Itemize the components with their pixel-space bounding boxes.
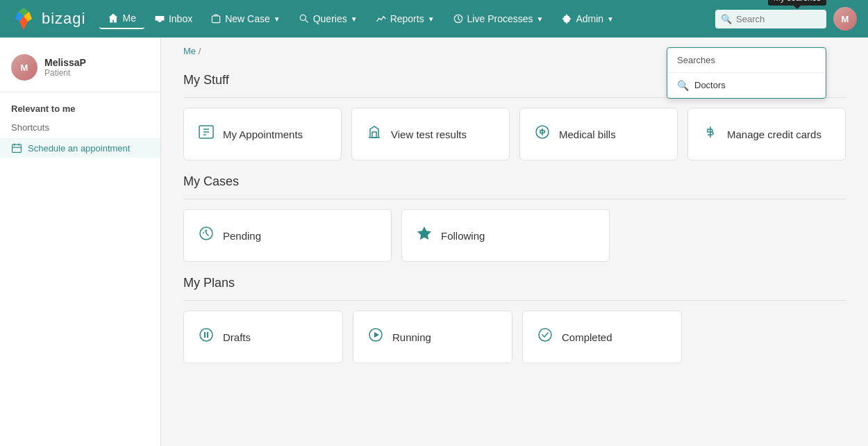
search-dropdown: Searches 🔍 Doctors [667, 47, 826, 99]
nav-item-inbox[interactable]: Inbox [146, 9, 201, 28]
inbox-icon [154, 13, 165, 24]
nav-item-live-processes[interactable]: Live Processes ▼ [444, 9, 552, 28]
pending-icon [198, 225, 215, 246]
my-cases-divider [183, 199, 846, 199]
svg-line-7 [305, 20, 308, 23]
test-results-icon [366, 124, 383, 144]
drafts-label: Drafts [223, 331, 251, 343]
card-test-results[interactable]: View test results [351, 108, 510, 160]
search-icon: 🔍 [721, 14, 732, 24]
svg-rect-22 [204, 332, 206, 338]
drafts-icon [198, 327, 215, 347]
search-dropdown-header: Searches [667, 48, 826, 73]
my-plans-divider [183, 300, 846, 301]
completed-icon [537, 327, 553, 347]
card-running[interactable]: Running [353, 311, 512, 363]
nav-item-reports[interactable]: Reports ▼ [367, 9, 443, 28]
queries-dropdown-icon: ▼ [351, 15, 358, 23]
my-plans-title: My Plans [183, 276, 846, 290]
nav-item-admin[interactable]: Admin ▼ [553, 9, 622, 28]
appointments-label: My Appointments [223, 129, 303, 140]
search-dropdown-item-doctors[interactable]: 🔍 Doctors [667, 73, 826, 98]
following-label: Following [441, 230, 485, 242]
svg-rect-18 [372, 132, 376, 138]
nav-item-queries[interactable]: Queries ▼ [290, 9, 366, 28]
calendar-icon [11, 142, 22, 154]
sidebar-schedule-label: Schedule an appointment [28, 143, 130, 154]
card-drafts[interactable]: Drafts [183, 311, 343, 363]
sidebar-avatar: M [11, 54, 37, 81]
nav-item-new-case[interactable]: New Case ▼ [202, 9, 289, 28]
sidebar: M MelissaP Patient Relevant to me Shortc… [0, 38, 161, 446]
reports-icon [376, 13, 387, 24]
sidebar-user: M MelissaP Patient [0, 49, 160, 92]
svg-point-21 [200, 329, 212, 341]
breadcrumb-me[interactable]: Me [183, 46, 196, 56]
my-stuff-cards: My Appointments View test results [183, 108, 846, 160]
sidebar-schedule-shortcut[interactable]: Schedule an appointment [0, 138, 160, 158]
admin-dropdown-icon: ▼ [607, 15, 614, 23]
topbar: bizagi Me Inbox New Case ▼ Queries ▼ Rep… [0, 0, 868, 38]
running-icon [367, 327, 384, 347]
card-completed[interactable]: Completed [522, 311, 682, 363]
newcase-icon [210, 13, 222, 24]
test-results-label: View test results [391, 129, 467, 140]
credit-cards-icon [702, 124, 719, 144]
card-appointments[interactable]: My Appointments [183, 108, 342, 160]
card-credit-cards[interactable]: Manage credit cards [687, 108, 846, 160]
sidebar-shortcuts-link[interactable]: Shortcuts [11, 119, 149, 135]
svg-rect-23 [207, 332, 208, 338]
queries-icon [299, 13, 310, 24]
nav-item-me[interactable]: Me [99, 8, 144, 29]
main-content: Me / My Stuff My Appointments [161, 38, 868, 446]
svg-marker-25 [374, 332, 379, 338]
medical-bills-label: Medical bills [559, 129, 616, 140]
my-searches-tooltip: My searches [768, 0, 826, 6]
layout: M MelissaP Patient Relevant to me Shortc… [0, 38, 868, 446]
reports-dropdown-icon: ▼ [428, 15, 435, 23]
card-pending[interactable]: Pending [183, 209, 392, 262]
sidebar-role: Patient [44, 68, 86, 78]
search-dropdown-search-icon: 🔍 [677, 80, 689, 91]
svg-rect-10 [12, 144, 22, 152]
credit-cards-label: Manage credit cards [727, 129, 821, 140]
completed-label: Completed [562, 331, 612, 343]
card-following[interactable]: Following [401, 209, 610, 262]
new-case-dropdown-icon: ▼ [274, 15, 281, 23]
my-cases-title: My Cases [183, 174, 846, 189]
my-cases-cards: Pending Following [183, 209, 846, 262]
search-input[interactable] [715, 10, 826, 28]
card-medical-bills[interactable]: Medical bills [519, 108, 678, 160]
svg-point-6 [300, 15, 306, 20]
sidebar-section: Relevant to me Shortcuts [0, 101, 160, 138]
logo-icon [11, 6, 36, 31]
pending-label: Pending [223, 230, 261, 242]
appointments-icon [198, 124, 215, 144]
nav-items: Me Inbox New Case ▼ Queries ▼ Reports ▼ … [99, 8, 715, 29]
logo[interactable]: bizagi [11, 6, 85, 31]
live-processes-dropdown-icon: ▼ [537, 15, 544, 23]
avatar[interactable]: M [833, 7, 857, 31]
logo-text: bizagi [42, 10, 85, 28]
live-processes-icon [453, 13, 464, 24]
my-plans-cards: Drafts Running [183, 311, 846, 363]
running-label: Running [392, 331, 431, 343]
medical-bills-icon [534, 124, 551, 144]
sidebar-section-title: Relevant to me [11, 104, 149, 114]
following-icon [416, 225, 433, 246]
svg-rect-5 [212, 16, 220, 23]
home-icon [108, 13, 119, 24]
svg-point-26 [539, 329, 551, 341]
search-area: My searches 🔍 Searches 🔍 Doctors [715, 10, 826, 28]
sidebar-username: MelissaP [44, 57, 86, 68]
admin-icon [561, 13, 572, 24]
